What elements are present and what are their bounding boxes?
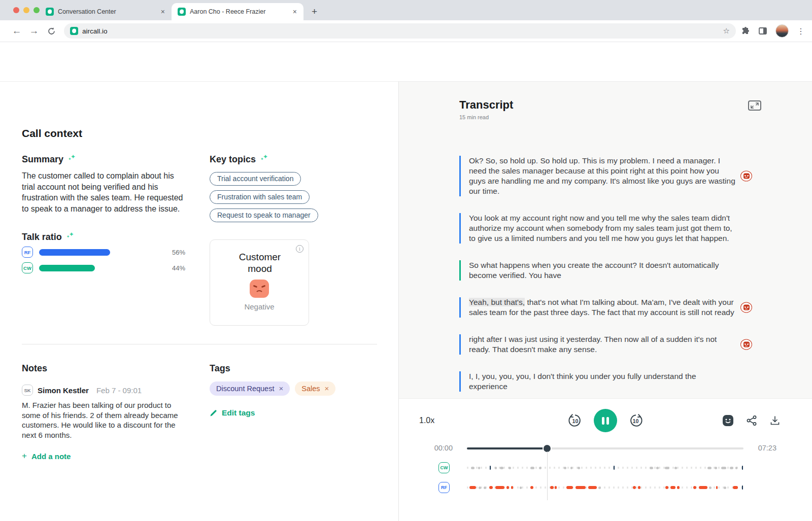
waveform-segment bbox=[566, 486, 573, 489]
transcript-entry[interactable]: Yeah, but that's, that's not what I'm ta… bbox=[459, 297, 756, 318]
key-topic-chip[interactable]: Frustration with sales team bbox=[210, 190, 310, 204]
waveform-track[interactable] bbox=[467, 466, 743, 470]
tab-conversation-center[interactable]: Conversation Center × bbox=[40, 3, 172, 20]
browser-menu-icon[interactable]: ⋮ bbox=[797, 26, 805, 36]
aircall-favicon bbox=[70, 27, 78, 35]
angry-mood-icon bbox=[740, 171, 752, 182]
extensions-icon[interactable] bbox=[741, 26, 750, 36]
waveform-track[interactable] bbox=[467, 485, 743, 490]
call-context-panel: Call context Summary ✦✦ The customer cal… bbox=[0, 82, 399, 521]
tab-title: Conversation Center bbox=[58, 8, 155, 15]
browser-toolbar: ← → aircall.io ☆ ⋮ bbox=[0, 20, 812, 42]
add-note-button[interactable]: + Add a note bbox=[22, 451, 210, 461]
agent-initials-badge: CW bbox=[438, 462, 450, 473]
bookmark-star-icon[interactable]: ☆ bbox=[723, 26, 730, 36]
browser-tab-bar: Conversation Center × Aaron Cho - Reece … bbox=[0, 0, 812, 20]
transcript-entry[interactable]: Ok? So, so hold up. So hold up. This is … bbox=[459, 156, 756, 196]
contact-initials-badge: RF bbox=[438, 482, 450, 493]
transcript-read-time: 15 min read bbox=[459, 114, 513, 120]
waveform-segment bbox=[530, 467, 534, 469]
skip-back-10-button[interactable]: 10 bbox=[567, 413, 583, 428]
transcript-panel: Transcript 15 min read Ok? So, so hold u… bbox=[399, 82, 812, 521]
transcript-entry[interactable]: So what happens when you create the acco… bbox=[459, 260, 756, 281]
waveform-segment bbox=[693, 486, 696, 489]
minimize-window-button[interactable] bbox=[23, 7, 29, 13]
info-icon[interactable]: i bbox=[296, 245, 303, 253]
pause-button[interactable] bbox=[594, 409, 617, 432]
tab-title: Aaron Cho - Reece Frazier bbox=[190, 8, 287, 15]
summary-text: The customer called to complain about hi… bbox=[22, 170, 185, 214]
waveform-segment bbox=[495, 467, 497, 469]
transcript-text: Ok? So, so hold up. So hold up. This is … bbox=[469, 156, 736, 196]
transcript-text: I, I, you, you, you, I don't think you u… bbox=[469, 371, 736, 392]
waveform-segment bbox=[564, 467, 566, 469]
talk-ratio-bar bbox=[39, 265, 95, 271]
close-window-button[interactable] bbox=[13, 7, 19, 13]
sentiment-toggle-icon[interactable] bbox=[722, 414, 734, 427]
talk-ratio-title: Talk ratio ✦✦ bbox=[22, 232, 210, 242]
edit-tags-button[interactable]: Edit tags bbox=[210, 408, 377, 418]
waveform-segment bbox=[716, 486, 718, 489]
waveform-segment bbox=[469, 486, 476, 489]
waveform-segment bbox=[509, 467, 511, 469]
waveform-segment bbox=[730, 467, 733, 469]
waveform-segment bbox=[506, 486, 509, 489]
close-tab-icon[interactable]: × bbox=[291, 8, 298, 16]
customer-mood-value: Negative bbox=[210, 302, 309, 311]
waveform-segment bbox=[478, 467, 480, 469]
note-date: Feb 7 - 09:01 bbox=[96, 386, 142, 395]
close-tab-icon[interactable]: × bbox=[159, 8, 166, 16]
share-icon[interactable] bbox=[746, 415, 757, 426]
browser-window: Conversation Center × Aaron Cho - Reece … bbox=[0, 0, 812, 521]
talk-ratio-bar bbox=[39, 249, 110, 256]
maximize-window-button[interactable] bbox=[33, 7, 40, 13]
forward-button[interactable]: → bbox=[25, 25, 43, 37]
waveform-segment bbox=[570, 467, 572, 469]
note-author-initials-badge: SK bbox=[22, 385, 33, 396]
playhead-handle[interactable] bbox=[544, 445, 551, 452]
remove-tag-icon[interactable]: × bbox=[279, 384, 283, 393]
remove-tag-icon[interactable]: × bbox=[325, 384, 329, 393]
ai-sparkle-icon: ✦✦ bbox=[260, 156, 268, 164]
angry-mood-icon bbox=[740, 339, 752, 350]
address-bar[interactable]: aircall.io ☆ bbox=[64, 23, 736, 39]
profile-avatar[interactable] bbox=[775, 24, 789, 38]
playback-speed-button[interactable]: 1.0x bbox=[419, 416, 434, 425]
transcript-entry[interactable]: I, I, you, you, you, I don't think you u… bbox=[459, 371, 756, 392]
transcript-entry[interactable]: You look at my account right now and you… bbox=[459, 213, 756, 244]
tag-pill: Discount Request × bbox=[210, 381, 290, 396]
waveform-segment bbox=[511, 486, 513, 489]
transcript-text: So what happens when you create the acco… bbox=[469, 260, 736, 281]
transcript-entry[interactable]: right after I was just using it yesterda… bbox=[459, 334, 756, 355]
new-tab-button[interactable]: + bbox=[309, 6, 320, 17]
svg-text:10: 10 bbox=[633, 418, 639, 424]
call-context-title: Call context bbox=[22, 127, 398, 140]
back-button[interactable]: ← bbox=[8, 25, 25, 37]
skip-forward-10-button[interactable]: 10 bbox=[628, 413, 644, 428]
talk-ratio-row: CW 44% bbox=[22, 262, 210, 274]
waveform-segment bbox=[578, 467, 580, 469]
angry-mood-icon bbox=[740, 302, 752, 313]
transcript-title: Transcript bbox=[459, 98, 513, 112]
reload-button[interactable] bbox=[43, 27, 60, 36]
waveform-segment bbox=[665, 467, 670, 469]
side-panel-icon[interactable] bbox=[758, 26, 767, 36]
waveform-segment bbox=[699, 486, 707, 489]
expand-transcript-button[interactable] bbox=[748, 100, 761, 111]
waveform-segment bbox=[638, 486, 640, 489]
waveform-segment bbox=[539, 467, 542, 469]
tab-call-detail[interactable]: Aaron Cho - Reece Frazier × bbox=[172, 3, 303, 20]
transcript-text: Yeah, but that's, that's not what I'm ta… bbox=[469, 297, 736, 318]
search-highlight: Yeah, but that's, bbox=[469, 298, 525, 306]
waveform-segment bbox=[742, 466, 743, 470]
key-topic-chip[interactable]: Request to speak to manager bbox=[210, 209, 318, 222]
summary-title: Summary ✦✦ bbox=[22, 154, 210, 165]
waveform-segment bbox=[598, 487, 601, 489]
waveform-segment bbox=[707, 467, 712, 469]
waveform-segment bbox=[633, 486, 636, 489]
waveform-segment bbox=[724, 487, 726, 489]
key-topic-chip[interactable]: Trial account verification bbox=[210, 172, 301, 186]
transcript-text: You look at my account right now and you… bbox=[469, 213, 736, 244]
download-icon[interactable] bbox=[769, 415, 781, 426]
seek-bar[interactable] bbox=[467, 447, 743, 449]
